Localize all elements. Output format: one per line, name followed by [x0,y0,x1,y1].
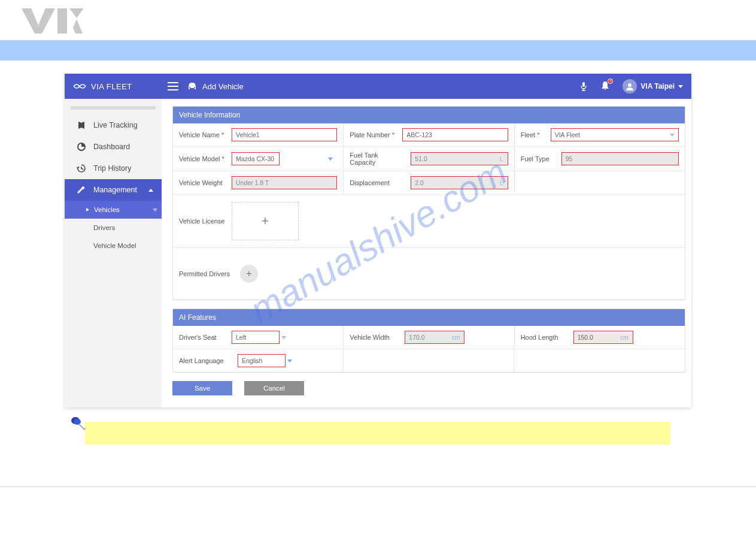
fuel-type-input[interactable] [561,152,679,165]
user-menu[interactable]: VIA Taipei [623,79,683,93]
label-alert-language: Alert Language [179,357,232,364]
label-vehicle-name: Vehicle Name * [179,131,226,138]
via-corp-logo [20,7,83,34]
wrench-icon [77,185,86,195]
displacement-input[interactable] [411,176,508,189]
vehicle-weight-input[interactable] [232,176,337,189]
svg-point-1 [194,87,195,88]
unit-l: L [500,156,503,162]
car-icon [187,82,198,90]
svg-rect-2 [582,82,585,87]
driver-seat-select[interactable] [232,331,280,344]
gauge-icon [77,142,86,152]
sidebar-item-label: Live Tracking [93,121,138,129]
add-driver-button[interactable]: + [240,265,258,283]
panel-header: Vehicle Information [173,107,685,123]
avatar [623,79,637,93]
fleet-select[interactable] [551,128,679,141]
content-area: Vehicle Information Vehicle Name * Plate… [162,99,691,407]
label-driver-seat: Driver's Seat [179,334,226,341]
sidebar-scroll-indicator [71,106,156,110]
sidebar-sub-vehicles[interactable]: Vehicles [65,201,162,219]
footer-divider [0,486,756,487]
label-hood-length: Hood Length [521,334,567,341]
vehicle-license-upload[interactable]: + [232,202,299,240]
user-name: VIA Taipei [640,82,675,90]
history-icon [77,164,86,173]
unit-l: L [500,180,503,186]
vehicle-name-input[interactable] [232,128,337,141]
label-vehicle-license: Vehicle License [179,217,226,225]
label-vehicle-width: Vehicle Width [350,334,399,341]
sidebar-item-label: Dashboard [93,143,130,151]
panel-header: AI Features [173,309,685,326]
label-vehicle-weight: Vehicle Weight [179,179,226,186]
label-vehicle-model: Vehicle Model * [179,155,226,162]
sidebar-item-trip-history[interactable]: Trip History [65,158,162,179]
brand-text: VIA FLEET [91,82,132,91]
chevron-up-icon [148,189,153,192]
app-shell: VIA FLEET Add Vehicle 0 VIA Taipei [65,74,691,407]
note-bar [85,422,670,445]
triangle-right-icon [86,208,89,211]
brand: VIA FLEET [73,82,168,91]
page-title: Add Vehicle [202,82,244,91]
alert-language-select[interactable] [238,354,286,367]
sidebar-item-live-tracking[interactable]: Live Tracking [65,114,162,136]
plus-icon: + [262,213,269,229]
label-fleet: Fleet * [521,131,545,138]
mic-icon[interactable] [579,81,588,91]
bell-badge: 0 [608,78,613,84]
sidebar-item-management[interactable]: Management [65,179,162,201]
unit-cm: cm [452,334,460,341]
header-blue-band [0,40,756,61]
brand-icon [73,82,86,90]
svg-point-0 [189,87,190,88]
cancel-button[interactable]: Cancel [244,381,304,395]
map-pin-icon [77,120,86,130]
label-plate-number: Plate Number * [350,131,396,138]
fuel-tank-input[interactable] [411,152,508,165]
sidebar-sub-label: Drivers [93,224,115,231]
sidebar: Live Tracking Dashboard Trip History Man… [65,99,162,407]
notifications-button[interactable]: 0 [601,81,609,92]
note-callout [65,422,670,445]
caret-down-icon [678,85,683,88]
svg-point-6 [74,419,81,425]
plate-number-input[interactable] [402,128,508,141]
plus-icon: + [246,268,251,279]
unit-cm: cm [620,334,628,341]
sidebar-item-label: Trip History [93,164,131,173]
label-fuel-type: Fuel Type [521,155,555,162]
label-displacement: Displacement [350,179,405,186]
ai-features-panel: AI Features Driver's Seat Vehicle Width … [172,309,685,373]
save-button[interactable]: Save [172,381,232,395]
vehicle-info-panel: Vehicle Information Vehicle Name * Plate… [172,106,685,300]
sidebar-sub-label: Vehicle Model [93,242,136,249]
hamburger-icon[interactable] [168,82,178,90]
vehicle-model-select[interactable] [232,152,280,165]
sidebar-item-label: Management [93,186,137,194]
label-fuel-tank: Fuel Tank Capacity [350,152,405,166]
sidebar-sub-drivers[interactable]: Drivers [65,219,162,237]
app-topbar: VIA FLEET Add Vehicle 0 VIA Taipei [65,74,691,99]
label-permitted-drivers: Permitted Drivers [179,270,234,277]
sidebar-sub-vehicle-model[interactable]: Vehicle Model [65,237,162,255]
svg-point-3 [628,83,631,87]
page-outer-header [0,0,756,40]
sidebar-item-dashboard[interactable]: Dashboard [65,136,162,158]
sidebar-sub-label: Vehicles [94,206,120,213]
pushpin-icon [69,415,86,431]
